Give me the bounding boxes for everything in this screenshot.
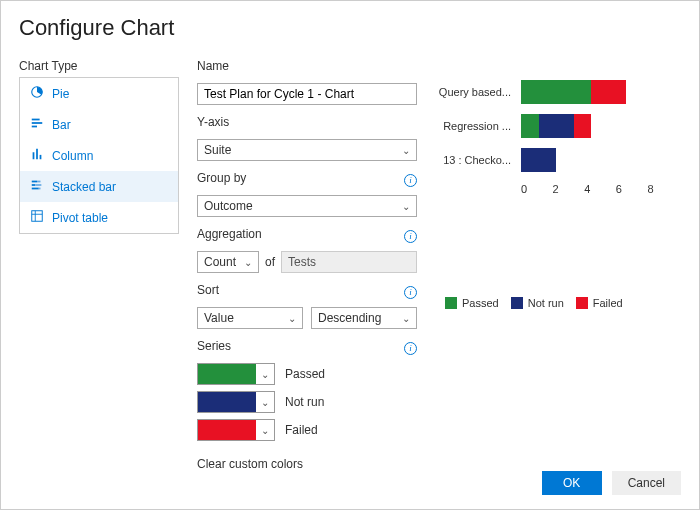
chart-type-label: Pie bbox=[52, 87, 69, 101]
chevron-down-icon: ⌄ bbox=[288, 313, 296, 324]
legend-label: Not run bbox=[528, 297, 564, 309]
chart-category-label: 13 : Checko... bbox=[435, 154, 515, 166]
chart-bar bbox=[521, 80, 655, 104]
legend-swatch bbox=[576, 297, 588, 309]
series-name: Not run bbox=[285, 395, 324, 409]
chart-type-column[interactable]: Column bbox=[20, 140, 178, 171]
chart-segment bbox=[521, 148, 556, 172]
legend-item: Passed bbox=[445, 297, 499, 309]
bar-icon bbox=[30, 116, 44, 133]
chart-preview: Query based...Regression ...13 : Checko.… bbox=[435, 75, 655, 285]
svg-rect-11 bbox=[32, 188, 39, 190]
svg-rect-9 bbox=[32, 184, 36, 186]
chart-type-pivot-table[interactable]: Pivot table bbox=[20, 202, 178, 233]
aggregation-value: Count bbox=[204, 255, 236, 269]
series-row: ⌄Failed bbox=[197, 419, 417, 441]
pie-icon bbox=[30, 85, 44, 102]
info-icon[interactable]: i bbox=[404, 174, 417, 187]
chart-bar bbox=[521, 148, 655, 172]
yaxis-select[interactable]: Suite ⌄ bbox=[197, 139, 417, 161]
series-color-select[interactable]: ⌄ bbox=[197, 363, 275, 385]
legend-label: Passed bbox=[462, 297, 499, 309]
groupby-label: Group by bbox=[197, 171, 246, 185]
cancel-button[interactable]: Cancel bbox=[612, 471, 681, 495]
chart-type-bar[interactable]: Bar bbox=[20, 109, 178, 140]
chart-tick: 6 bbox=[616, 183, 648, 195]
svg-rect-13 bbox=[32, 211, 43, 222]
chart-segment bbox=[521, 80, 591, 104]
series-name: Failed bbox=[285, 423, 318, 437]
chart-type-pie[interactable]: Pie bbox=[20, 78, 178, 109]
chart-bar bbox=[521, 114, 655, 138]
chart-type-label: Chart Type bbox=[19, 59, 179, 73]
series-color-select[interactable]: ⌄ bbox=[197, 391, 275, 413]
chart-type-list: PieBarColumnStacked barPivot table bbox=[19, 77, 179, 234]
chart-tick: 8 bbox=[647, 183, 679, 195]
name-label: Name bbox=[197, 59, 417, 73]
chart-category-label: Regression ... bbox=[435, 120, 515, 132]
chart-bar-row: 13 : Checko... bbox=[435, 143, 655, 177]
series-row: ⌄Passed bbox=[197, 363, 417, 385]
chart-bar-row: Query based... bbox=[435, 75, 655, 109]
chart-tick: 2 bbox=[553, 183, 585, 195]
column-icon bbox=[30, 147, 44, 164]
groupby-select[interactable]: Outcome ⌄ bbox=[197, 195, 417, 217]
info-icon[interactable]: i bbox=[404, 230, 417, 243]
dialog-title: Configure Chart bbox=[19, 15, 681, 41]
chart-tick: 0 bbox=[521, 183, 553, 195]
clear-custom-colors-link[interactable]: Clear custom colors bbox=[197, 457, 417, 471]
chart-bar-row: Regression ... bbox=[435, 109, 655, 143]
color-swatch bbox=[198, 392, 256, 412]
sort-by-value: Value bbox=[204, 311, 234, 325]
chart-segment bbox=[591, 80, 626, 104]
sort-by-select[interactable]: Value ⌄ bbox=[197, 307, 303, 329]
chart-segment bbox=[574, 114, 592, 138]
chevron-down-icon: ⌄ bbox=[256, 369, 274, 380]
yaxis-label: Y-axis bbox=[197, 115, 229, 129]
chart-legend: PassedNot runFailed bbox=[445, 297, 681, 309]
chevron-down-icon: ⌄ bbox=[256, 425, 274, 436]
legend-item: Failed bbox=[576, 297, 623, 309]
yaxis-value: Suite bbox=[204, 143, 231, 157]
svg-rect-12 bbox=[39, 188, 41, 190]
svg-rect-10 bbox=[35, 184, 41, 186]
info-icon[interactable]: i bbox=[404, 342, 417, 355]
chart-type-label: Bar bbox=[52, 118, 71, 132]
chart-type-label: Pivot table bbox=[52, 211, 108, 225]
legend-label: Failed bbox=[593, 297, 623, 309]
chevron-down-icon: ⌄ bbox=[256, 397, 274, 408]
name-input[interactable] bbox=[197, 83, 417, 105]
svg-rect-8 bbox=[37, 181, 41, 183]
chevron-down-icon: ⌄ bbox=[402, 313, 410, 324]
info-icon[interactable]: i bbox=[404, 286, 417, 299]
stacked-bar-icon bbox=[30, 178, 44, 195]
aggregation-label: Aggregation bbox=[197, 227, 262, 241]
sort-dir-value: Descending bbox=[318, 311, 381, 325]
series-color-select[interactable]: ⌄ bbox=[197, 419, 275, 441]
aggregation-of-label: of bbox=[265, 255, 275, 269]
color-swatch bbox=[198, 420, 256, 440]
sort-label: Sort bbox=[197, 283, 219, 297]
chart-type-stacked-bar[interactable]: Stacked bar bbox=[20, 171, 178, 202]
chevron-down-icon: ⌄ bbox=[402, 145, 410, 156]
series-name: Passed bbox=[285, 367, 325, 381]
series-row: ⌄Not run bbox=[197, 391, 417, 413]
legend-swatch bbox=[511, 297, 523, 309]
chevron-down-icon: ⌄ bbox=[244, 257, 252, 268]
svg-rect-5 bbox=[36, 149, 38, 160]
svg-rect-2 bbox=[32, 122, 43, 124]
aggregation-field: Tests bbox=[281, 251, 417, 273]
svg-rect-1 bbox=[32, 119, 40, 121]
chart-tick: 4 bbox=[584, 183, 616, 195]
legend-swatch bbox=[445, 297, 457, 309]
color-swatch bbox=[198, 364, 256, 384]
svg-rect-4 bbox=[33, 152, 35, 159]
chart-segment bbox=[521, 114, 539, 138]
svg-rect-6 bbox=[40, 155, 42, 159]
legend-item: Not run bbox=[511, 297, 564, 309]
sort-dir-select[interactable]: Descending ⌄ bbox=[311, 307, 417, 329]
aggregation-select[interactable]: Count ⌄ bbox=[197, 251, 259, 273]
series-label: Series bbox=[197, 339, 231, 353]
ok-button[interactable]: OK bbox=[542, 471, 602, 495]
chart-segment bbox=[539, 114, 574, 138]
